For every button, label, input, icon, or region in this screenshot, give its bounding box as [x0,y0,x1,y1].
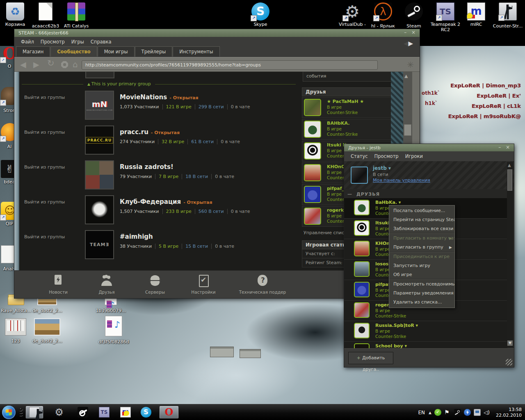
leave-group-link[interactable]: Выйти из группы [24,195,85,224]
toolbar-button[interactable]: Друзья [82,271,131,298]
flag-icon[interactable]: ⚑ [444,409,451,416]
steam-tab[interactable]: Сообщество [50,46,97,57]
desktop-icon-skype[interactable]: S Skype [246,2,275,27]
desktop-icon-document[interactable]: acaacc62b3 [31,2,60,29]
events-box[interactable]: события [303,72,397,82]
current-user-name[interactable]: jestb ▾ [373,165,391,171]
daemon-tools-icon[interactable] [464,409,471,416]
leave-group-link[interactable]: Выйти из группы [24,230,85,259]
friend-name[interactable]: ★ PacTaMaH ★ [327,99,397,105]
toolbar-button[interactable]: Новости [34,271,82,298]
context-menu-item[interactable]: Перейти на страницу SteamID ▶ [389,215,454,224]
menu-item[interactable]: Просмотр [371,151,402,161]
resize-grip[interactable] [506,359,512,365]
desktop-icon-media-file[interactable]: 1b39b0079... [95,296,126,313]
steam-tab[interactable]: Инструменты [173,46,219,57]
steam-tab[interactable]: Трейлеры [135,46,173,57]
taskbar-button-skype[interactable]: S [137,406,155,419]
stop-icon[interactable] [61,61,68,68]
context-menu-item[interactable]: Пригласить в комнату чата ▶ [389,234,454,243]
tab-scroll-arrows-icon[interactable]: ◀▶ [404,40,413,47]
network-icon[interactable] [474,409,481,416]
desktop-icon-ati-catalyst[interactable]: ATi Catalys [61,2,92,29]
language-indicator[interactable]: EN [418,410,425,415]
taskbar-button-counter-strike[interactable] [25,406,43,419]
menu-item[interactable]: Справка [87,37,115,47]
toolbar-button[interactable]: Техническая поддер [228,271,297,298]
leave-group-link[interactable]: Выйти из группы [24,160,85,189]
forward-icon[interactable]: ▶ [33,59,39,69]
toolbar-button[interactable]: Серверы [131,271,179,298]
desktop-icon-rave-folder[interactable]: Rave_Allsta... [1,296,31,313]
steam-window-titlebar[interactable]: STEAM - 666jester666 – × [14,29,420,37]
context-menu-item[interactable]: Пригласить в группу ▶ [389,243,454,252]
friends-scrollbar[interactable]: ▲ ▼ [507,162,513,347]
tray-expand-icon[interactable]: ▲ [429,411,431,415]
context-menu-item[interactable]: Удалить из списка... ▶ [389,298,454,307]
scroll-down-icon[interactable]: ▼ [507,340,513,346]
desktop-icon-teamspeak[interactable]: TS Teamspeak 2 RC2 [429,2,462,32]
scroll-up-icon[interactable]: ▲ [404,73,408,79]
back-icon[interactable]: ◀ [20,59,26,69]
group-name-link[interactable]: pracc.ru [120,128,148,136]
refresh-icon[interactable]: ↻ [47,58,55,68]
friend-name[interactable]: Russia.Spb]toR ▾ [375,323,507,329]
skype-online-icon[interactable]: ✓ [434,409,441,416]
group-name-link[interactable]: MovieNations [120,94,167,101]
desktop-icon-steam[interactable]: Steam [399,2,428,29]
friend-name[interactable]: BaHbKa. ▾ [375,200,507,205]
toolbar-button[interactable]: Настройки [179,271,228,298]
desktop-icon-de-dust2-screenshot[interactable]: de_dust2_2... [32,296,62,313]
menu-item[interactable]: Статус [347,151,371,161]
leave-group-link[interactable]: Выйти из группы [24,91,85,120]
friend-row[interactable]: Russia.Spb]toR ▾ В игре Counter-Strike [344,321,507,342]
steam-tab[interactable]: Магазин [16,46,50,57]
steam-tray-icon[interactable] [454,409,461,416]
taskbar-button-mirc[interactable]: m [116,406,135,419]
menu-item[interactable]: Игры [68,37,87,47]
desktop-icon-counter-strike[interactable]: Counter-Str... [492,2,523,29]
context-menu-item[interactable]: Параметры уведомления ▶ [389,289,454,298]
scroll-up-icon[interactable]: ▲ [508,163,511,167]
friends-window-titlebar[interactable]: Друзья - jestb – × [344,144,514,152]
group-avatar[interactable]: PRACC.RU [85,126,114,155]
desktop-icon-media-file-2[interactable]: df3f5f08286d [97,316,130,345]
steam-tab[interactable]: Мои игры [98,46,135,57]
friend-name[interactable]: BAHbKA. [327,121,397,126]
context-menu-item[interactable]: Присоединиться к игре ▶ [389,252,454,261]
taskbar-button-virtualdub[interactable]: ⚙ [50,406,68,419]
home-icon[interactable]: ⌂ [73,59,78,69]
add-friend-button[interactable]: +Добавить друга.. [348,352,393,364]
sidebar-friend-card[interactable]: ★ PacTaMaH ★ В игре Counter-Strike [302,97,399,118]
group-avatar[interactable] [85,160,114,189]
context-menu-item[interactable]: Об игре ▶ [389,270,454,279]
taskbar-button-opera[interactable]: O [159,406,179,419]
group-name-link[interactable]: Клуб-Федерация [120,198,181,205]
context-menu-item[interactable]: Запустить игру ▶ [389,261,454,270]
clock[interactable]: 13:58 22.02.2010 [496,407,522,418]
leave-group-link[interactable]: Выйти из группы [24,126,85,155]
collapse-icon[interactable]: — [347,192,352,197]
taskbar-button-teamspeak[interactable]: TS [95,406,113,419]
context-menu-item[interactable]: Заблокировать все связи ▶ [389,224,454,233]
group-avatar[interactable]: TEAMƎ [85,230,114,259]
menu-item[interactable]: Игроки [402,151,426,161]
current-user-avatar[interactable] [351,167,368,184]
windows-start-icon[interactable] [2,406,16,419]
context-menu-item[interactable]: Послать сообщение... ▶ [389,206,454,215]
scrollbar-thumb[interactable] [404,124,411,136]
group-avatar[interactable] [85,195,114,224]
menu-item[interactable]: Файл [18,37,37,47]
group-name-link[interactable]: Russia zadrots! [120,163,173,171]
desktop-icon-123[interactable]: 123 [2,318,29,344]
context-menu-item[interactable]: Просмотреть псевдонимы ▶ [389,280,454,289]
group-avatar[interactable]: mN WWW.MOVIENATIONS.COM [85,91,114,120]
sidebar-friend-card[interactable]: BAHbKA. В игре Counter-Strike [302,119,399,140]
desktop-icon-de-dust2-screenshot-2[interactable]: de_dust2_2... [32,318,62,344]
taskbar-button-steam[interactable] [74,406,92,419]
desktop-icon-mirc[interactable]: m mIRC [463,2,490,27]
window-minimize-close-buttons[interactable]: – × [498,144,511,152]
group-name-link[interactable]: #aimhigh [120,233,153,240]
volume-icon[interactable]: ◁) [484,409,491,416]
desktop-icon-half-life[interactable]: hl - Ярлык [368,2,398,29]
